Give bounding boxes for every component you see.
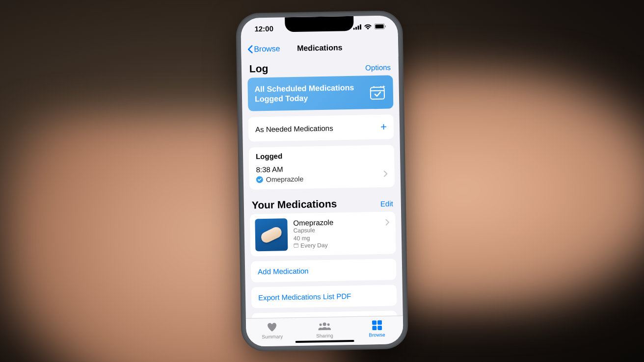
svg-rect-20 xyxy=(377,326,382,330)
capsule-icon xyxy=(259,225,283,244)
calendar-check-icon xyxy=(369,83,387,102)
svg-point-15 xyxy=(320,324,322,326)
logged-entry[interactable]: 8:38 AM Omeprazole xyxy=(249,161,395,189)
export-pdf-label: Export Medications List PDF xyxy=(258,292,351,302)
svg-rect-5 xyxy=(375,25,383,28)
svg-rect-7 xyxy=(371,87,384,99)
as-needed-label: As Needed Medications xyxy=(255,124,333,133)
tab-browse-label: Browse xyxy=(369,332,385,338)
tab-sharing[interactable]: Sharing xyxy=(298,317,351,342)
logged-card: Logged 8:38 AM Omeprazole xyxy=(249,145,395,189)
tab-summary[interactable]: Summary xyxy=(246,318,299,343)
calendar-icon xyxy=(294,242,298,250)
svg-rect-1 xyxy=(355,26,357,29)
page-title: Medications xyxy=(297,43,343,53)
tab-browse[interactable]: Browse xyxy=(350,316,403,341)
tab-sharing-label: Sharing xyxy=(316,333,333,339)
export-pdf-button[interactable]: Export Medications List PDF xyxy=(251,284,397,308)
svg-point-16 xyxy=(327,323,330,326)
medication-item[interactable]: Omeprazole Capsule 40 mg Every Day xyxy=(250,211,396,256)
svg-rect-19 xyxy=(372,326,376,330)
svg-rect-12 xyxy=(294,244,298,248)
edit-link[interactable]: Edit xyxy=(380,199,393,207)
chevron-left-icon xyxy=(247,45,253,53)
people-icon xyxy=(318,320,331,332)
svg-rect-6 xyxy=(385,26,386,27)
grid-icon xyxy=(372,319,382,331)
screen: 12:00 Browse Medications xyxy=(241,15,403,346)
battery-icon xyxy=(374,24,386,29)
your-meds-heading: Your Medications xyxy=(252,198,337,211)
logged-med-name: Omeprazole xyxy=(266,175,304,183)
pill-image xyxy=(255,218,288,251)
phone-frame: 12:00 Browse Medications xyxy=(236,10,408,352)
add-medication-label: Add Medication xyxy=(258,267,309,276)
svg-rect-17 xyxy=(372,320,376,325)
svg-rect-18 xyxy=(377,320,382,325)
wifi-icon xyxy=(364,24,372,29)
cellular-icon xyxy=(353,24,361,29)
options-link[interactable]: Options xyxy=(365,63,391,72)
check-circle-icon xyxy=(256,176,263,183)
chevron-right-icon xyxy=(384,170,388,179)
back-label: Browse xyxy=(254,44,280,53)
back-button[interactable]: Browse xyxy=(247,44,280,53)
log-heading: Log xyxy=(249,63,268,75)
plus-icon: + xyxy=(380,121,387,133)
as-needed-row[interactable]: As Needed Medications + xyxy=(248,114,394,141)
chevron-right-icon xyxy=(385,219,389,228)
notch xyxy=(285,16,354,32)
tab-summary-label: Summary xyxy=(262,334,283,339)
content[interactable]: Log Options All Scheduled Medications Lo… xyxy=(242,56,403,318)
heart-icon xyxy=(267,321,277,333)
svg-rect-2 xyxy=(357,26,359,30)
svg-rect-3 xyxy=(360,24,361,29)
add-medication-button[interactable]: Add Medication xyxy=(251,259,397,282)
logged-today-banner[interactable]: All Scheduled Medications Logged Today xyxy=(247,75,393,111)
med-frequency: Every Day xyxy=(300,242,328,250)
svg-point-14 xyxy=(323,322,326,326)
clock: 12:00 xyxy=(254,24,273,33)
banner-text: All Scheduled Medications Logged Today xyxy=(255,83,363,104)
svg-rect-0 xyxy=(353,27,355,29)
nav-bar: Browse Medications xyxy=(241,37,399,59)
logged-header: Logged xyxy=(249,145,395,163)
